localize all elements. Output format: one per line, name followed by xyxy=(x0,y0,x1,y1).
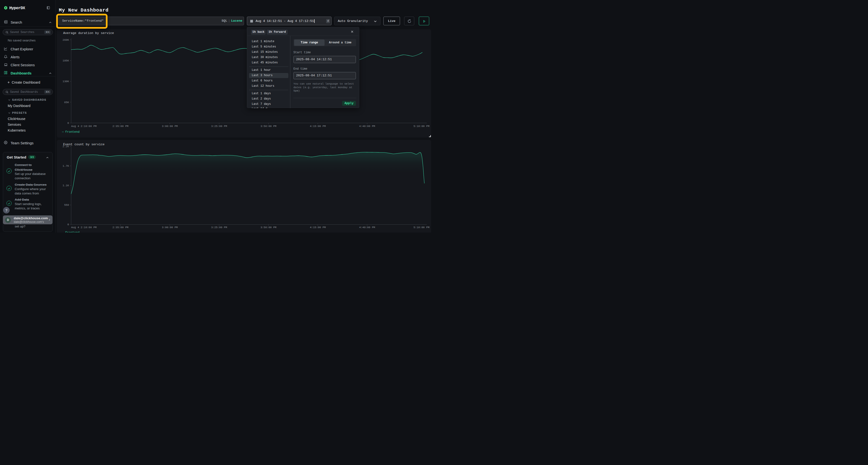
svg-text:Aug 4 2:10:00 PM: Aug 4 2:10:00 PM xyxy=(71,226,97,229)
svg-text:130K: 130K xyxy=(63,80,69,83)
svg-text:3:50:00 PM: 3:50:00 PM xyxy=(260,125,276,128)
svg-text:3:25:00 PM: 3:25:00 PM xyxy=(211,125,227,128)
svg-text:3:25:00 PM: 3:25:00 PM xyxy=(211,226,227,229)
svg-text:195K: 195K xyxy=(63,59,69,62)
svg-text:Aug 4 2:10:00 PM: Aug 4 2:10:00 PM xyxy=(71,125,97,128)
svg-text:1.7K: 1.7K xyxy=(63,165,69,167)
svg-text:1.1K: 1.1K xyxy=(63,184,69,187)
svg-text:2.2K: 2.2K xyxy=(63,145,69,148)
svg-text:4:40:00 PM: 4:40:00 PM xyxy=(359,125,375,128)
svg-text:5:10:00 PM: 5:10:00 PM xyxy=(413,125,429,128)
svg-text:5:10:00 PM: 5:10:00 PM xyxy=(413,226,429,229)
svg-text:4:15:00 PM: 4:15:00 PM xyxy=(310,125,326,128)
svg-text:550: 550 xyxy=(64,204,69,206)
svg-text:4:40:00 PM: 4:40:00 PM xyxy=(359,226,375,229)
svg-text:3:50:00 PM: 3:50:00 PM xyxy=(260,226,276,229)
svg-text:2:35:00 PM: 2:35:00 PM xyxy=(113,125,128,128)
svg-text:3:00:00 PM: 3:00:00 PM xyxy=(162,226,178,229)
svg-text:65K: 65K xyxy=(64,101,69,104)
svg-text:4:15:00 PM: 4:15:00 PM xyxy=(310,226,326,229)
svg-text:0: 0 xyxy=(67,122,69,125)
svg-text:0: 0 xyxy=(67,223,69,226)
svg-text:3:00:00 PM: 3:00:00 PM xyxy=(162,125,178,128)
svg-text:2:35:00 PM: 2:35:00 PM xyxy=(113,226,128,229)
svg-text:260K: 260K xyxy=(63,38,69,41)
